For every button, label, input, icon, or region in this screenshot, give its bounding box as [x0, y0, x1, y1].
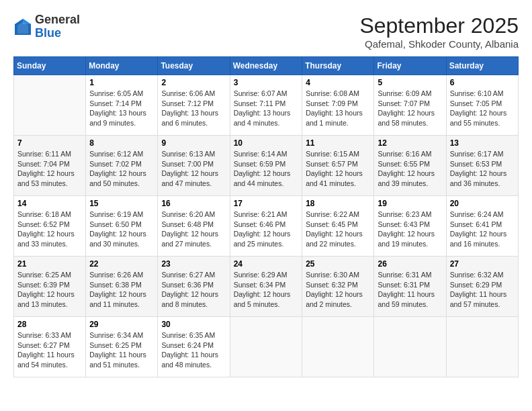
calendar-cell: 29Sunrise: 6:34 AM Sunset: 6:25 PM Dayli… [86, 317, 158, 377]
day-number: 15 [89, 199, 154, 208]
header-row: SundayMondayTuesdayWednesdayThursdayFrid… [14, 57, 519, 75]
day-info: Sunrise: 6:22 AM Sunset: 6:45 PM Dayligh… [306, 210, 370, 249]
day-header-friday: Friday [374, 57, 446, 75]
day-number: 6 [450, 78, 515, 87]
day-number: 20 [450, 199, 515, 208]
day-number: 16 [161, 199, 226, 208]
day-number: 2 [161, 78, 226, 87]
day-number: 10 [234, 138, 299, 148]
logo-text: General Blue [35, 13, 80, 40]
day-number: 22 [89, 259, 154, 269]
day-number: 11 [306, 138, 370, 148]
day-number: 27 [450, 259, 515, 269]
day-number: 4 [306, 78, 370, 87]
calendar-cell: 16Sunrise: 6:20 AM Sunset: 6:48 PM Dayli… [158, 196, 230, 257]
day-number: 8 [89, 138, 154, 148]
day-info: Sunrise: 6:31 AM Sunset: 6:31 PM Dayligh… [378, 270, 442, 310]
title-block: September 2025 Qafemal, Shkoder County, … [359, 13, 519, 50]
calendar-cell: 20Sunrise: 6:24 AM Sunset: 6:41 PM Dayli… [446, 196, 518, 257]
day-number: 28 [17, 320, 82, 329]
calendar-cell: 8Sunrise: 6:12 AM Sunset: 7:02 PM Daylig… [86, 136, 158, 196]
day-number: 5 [378, 78, 442, 87]
day-number: 12 [378, 138, 442, 148]
day-header-wednesday: Wednesday [230, 57, 302, 75]
day-info: Sunrise: 6:14 AM Sunset: 6:59 PM Dayligh… [234, 149, 299, 189]
calendar-cell: 24Sunrise: 6:29 AM Sunset: 6:34 PM Dayli… [230, 257, 302, 317]
calendar-cell: 27Sunrise: 6:32 AM Sunset: 6:29 PM Dayli… [446, 257, 518, 317]
week-row-1: 1Sunrise: 6:05 AM Sunset: 7:14 PM Daylig… [14, 75, 519, 136]
logo-icon [13, 17, 32, 36]
day-info: Sunrise: 6:17 AM Sunset: 6:53 PM Dayligh… [450, 149, 515, 189]
day-number: 14 [17, 199, 82, 208]
day-info: Sunrise: 6:24 AM Sunset: 6:41 PM Dayligh… [450, 210, 515, 249]
day-info: Sunrise: 6:20 AM Sunset: 6:48 PM Dayligh… [161, 210, 226, 249]
day-number: 29 [89, 320, 154, 329]
day-number: 7 [17, 138, 82, 148]
day-number: 13 [450, 138, 515, 148]
calendar-cell [374, 317, 446, 377]
calendar-cell [230, 317, 302, 377]
calendar-cell: 18Sunrise: 6:22 AM Sunset: 6:45 PM Dayli… [302, 196, 374, 257]
calendar-cell: 17Sunrise: 6:21 AM Sunset: 6:46 PM Dayli… [230, 196, 302, 257]
day-info: Sunrise: 6:25 AM Sunset: 6:39 PM Dayligh… [17, 270, 82, 310]
calendar-cell: 6Sunrise: 6:10 AM Sunset: 7:05 PM Daylig… [446, 75, 518, 136]
calendar-cell: 1Sunrise: 6:05 AM Sunset: 7:14 PM Daylig… [86, 75, 158, 136]
day-number: 9 [161, 138, 226, 148]
calendar-cell: 15Sunrise: 6:19 AM Sunset: 6:50 PM Dayli… [86, 196, 158, 257]
day-info: Sunrise: 6:35 AM Sunset: 6:24 PM Dayligh… [161, 330, 226, 370]
day-number: 3 [234, 78, 299, 87]
day-number: 17 [234, 199, 299, 208]
day-info: Sunrise: 6:15 AM Sunset: 6:57 PM Dayligh… [306, 149, 370, 189]
day-info: Sunrise: 6:07 AM Sunset: 7:11 PM Dayligh… [234, 89, 299, 128]
week-row-2: 7Sunrise: 6:11 AM Sunset: 7:04 PM Daylig… [14, 136, 519, 196]
day-number: 26 [378, 259, 442, 269]
day-header-thursday: Thursday [302, 57, 374, 75]
day-header-sunday: Sunday [14, 57, 86, 75]
page-header: General Blue September 2025 Qafemal, Shk… [13, 13, 519, 50]
day-number: 1 [89, 78, 154, 87]
logo-general: General [35, 13, 80, 26]
day-info: Sunrise: 6:09 AM Sunset: 7:07 PM Dayligh… [378, 89, 442, 128]
day-info: Sunrise: 6:32 AM Sunset: 6:29 PM Dayligh… [450, 270, 515, 310]
day-info: Sunrise: 6:27 AM Sunset: 6:36 PM Dayligh… [161, 270, 226, 310]
calendar-cell: 7Sunrise: 6:11 AM Sunset: 7:04 PM Daylig… [14, 136, 86, 196]
calendar-cell: 12Sunrise: 6:16 AM Sunset: 6:55 PM Dayli… [374, 136, 446, 196]
location-subtitle: Qafemal, Shkoder County, Albania [359, 38, 519, 50]
day-number: 19 [378, 199, 442, 208]
day-info: Sunrise: 6:08 AM Sunset: 7:09 PM Dayligh… [306, 89, 370, 128]
calendar-cell: 30Sunrise: 6:35 AM Sunset: 6:24 PM Dayli… [158, 317, 230, 377]
calendar-cell: 25Sunrise: 6:30 AM Sunset: 6:32 PM Dayli… [302, 257, 374, 317]
calendar-cell: 2Sunrise: 6:06 AM Sunset: 7:12 PM Daylig… [158, 75, 230, 136]
day-info: Sunrise: 6:26 AM Sunset: 6:38 PM Dayligh… [89, 270, 154, 310]
day-info: Sunrise: 6:33 AM Sunset: 6:27 PM Dayligh… [17, 330, 82, 370]
day-header-saturday: Saturday [446, 57, 518, 75]
calendar-cell: 11Sunrise: 6:15 AM Sunset: 6:57 PM Dayli… [302, 136, 374, 196]
calendar-cell: 19Sunrise: 6:23 AM Sunset: 6:43 PM Dayli… [374, 196, 446, 257]
day-number: 21 [17, 259, 82, 269]
day-info: Sunrise: 6:05 AM Sunset: 7:14 PM Dayligh… [89, 89, 154, 128]
week-row-5: 28Sunrise: 6:33 AM Sunset: 6:27 PM Dayli… [14, 317, 519, 377]
calendar-cell: 13Sunrise: 6:17 AM Sunset: 6:53 PM Dayli… [446, 136, 518, 196]
day-info: Sunrise: 6:12 AM Sunset: 7:02 PM Dayligh… [89, 149, 154, 189]
calendar-cell: 26Sunrise: 6:31 AM Sunset: 6:31 PM Dayli… [374, 257, 446, 317]
calendar-cell [446, 317, 518, 377]
day-header-monday: Monday [86, 57, 158, 75]
calendar-cell: 3Sunrise: 6:07 AM Sunset: 7:11 PM Daylig… [230, 75, 302, 136]
week-row-3: 14Sunrise: 6:18 AM Sunset: 6:52 PM Dayli… [14, 196, 519, 257]
day-info: Sunrise: 6:13 AM Sunset: 7:00 PM Dayligh… [161, 149, 226, 189]
calendar-cell [302, 317, 374, 377]
calendar-cell: 4Sunrise: 6:08 AM Sunset: 7:09 PM Daylig… [302, 75, 374, 136]
calendar-table: SundayMondayTuesdayWednesdayThursdayFrid… [13, 56, 519, 377]
calendar-cell: 10Sunrise: 6:14 AM Sunset: 6:59 PM Dayli… [230, 136, 302, 196]
calendar-cell: 23Sunrise: 6:27 AM Sunset: 6:36 PM Dayli… [158, 257, 230, 317]
day-info: Sunrise: 6:11 AM Sunset: 7:04 PM Dayligh… [17, 149, 82, 189]
day-number: 18 [306, 199, 370, 208]
logo: General Blue [13, 13, 80, 40]
day-info: Sunrise: 6:18 AM Sunset: 6:52 PM Dayligh… [17, 210, 82, 249]
day-info: Sunrise: 6:29 AM Sunset: 6:34 PM Dayligh… [234, 270, 299, 310]
calendar-cell: 5Sunrise: 6:09 AM Sunset: 7:07 PM Daylig… [374, 75, 446, 136]
day-info: Sunrise: 6:10 AM Sunset: 7:05 PM Dayligh… [450, 89, 515, 128]
calendar-cell: 21Sunrise: 6:25 AM Sunset: 6:39 PM Dayli… [14, 257, 86, 317]
day-info: Sunrise: 6:06 AM Sunset: 7:12 PM Dayligh… [161, 89, 226, 128]
day-info: Sunrise: 6:19 AM Sunset: 6:50 PM Dayligh… [89, 210, 154, 249]
